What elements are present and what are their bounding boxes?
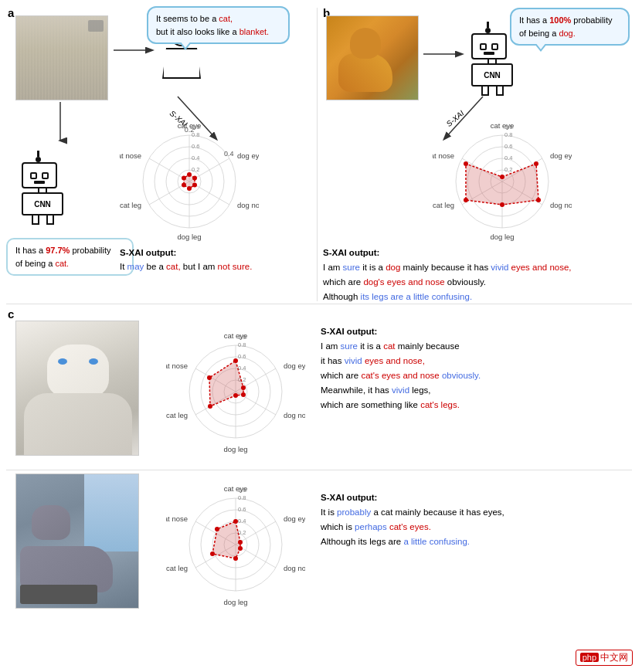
sxai-output-c1: S-XAI output: I am sure it is a cat main… xyxy=(321,324,481,412)
svg-point-84 xyxy=(207,375,212,380)
svg-text:cat nose: cat nose xyxy=(120,151,141,160)
svg-text:0.2: 0.2 xyxy=(504,166,512,173)
svg-point-24 xyxy=(187,186,192,191)
svg-text:0.4: 0.4 xyxy=(192,154,199,161)
svg-text:0.4: 0.4 xyxy=(238,365,246,372)
svg-point-53 xyxy=(536,198,541,202)
bubble-cat-text: cat, xyxy=(219,14,233,23)
arrow-a-photo-to-robot xyxy=(53,100,68,147)
svg-text:0.4: 0.4 xyxy=(224,150,234,158)
radar-chart-b: 0.2 0.4 0.6 0.8 1.0 cat eye dog eye dog … xyxy=(433,120,572,243)
svg-point-23 xyxy=(192,183,197,188)
svg-point-82 xyxy=(233,393,238,398)
svg-text:0.6: 0.6 xyxy=(238,353,246,360)
svg-point-83 xyxy=(208,404,212,409)
sxai-output-c2: S-XAI output: It is probably a cat mainl… xyxy=(321,490,504,549)
svg-text:cat nose: cat nose xyxy=(166,514,188,523)
svg-text:0.8: 0.8 xyxy=(504,131,512,138)
cnn-robot-a: CNN xyxy=(22,151,63,225)
cat-photo-c1 xyxy=(15,321,139,456)
sxai-output-b: S-XAI output: I am sure it is a dog main… xyxy=(323,246,572,304)
svg-point-81 xyxy=(241,392,246,397)
cat-photo-a xyxy=(15,15,108,100)
svg-text:0.2: 0.2 xyxy=(238,529,246,536)
svg-point-51 xyxy=(500,175,504,179)
svg-point-80 xyxy=(241,385,246,390)
svg-text:dog eye: dog eye xyxy=(284,514,305,523)
svg-text:cat eye: cat eye xyxy=(491,121,515,130)
svg-point-54 xyxy=(500,202,504,207)
svg-text:0.4: 0.4 xyxy=(238,518,246,524)
svg-text:dog nose: dog nose xyxy=(237,201,259,209)
svg-text:cat leg: cat leg xyxy=(433,201,454,209)
cnn-robot-b: CNN xyxy=(471,22,513,96)
svg-text:cat eye: cat eye xyxy=(224,484,248,493)
svg-text:0.8: 0.8 xyxy=(238,341,246,348)
section-divider-ab xyxy=(317,8,318,301)
bubble-blanket-text: blanket. xyxy=(239,27,270,36)
arrow-b-photo-to-robot xyxy=(422,46,468,62)
sxai-output-a: S-XAI output: It may be a cat, but I am … xyxy=(120,246,252,274)
section-divider-top-c xyxy=(6,304,632,304)
radar-chart-c2: 0.2 0.4 0.6 0.8 1.0 cat eye dog eye dog … xyxy=(166,473,305,616)
radar-chart-a: 0.2 0.4 0.2 0.4 0.6 0.8 1.0 cat eye dog … xyxy=(120,120,259,243)
svg-point-22 xyxy=(192,176,197,181)
svg-text:0.8: 0.8 xyxy=(192,131,199,138)
svg-text:0.4: 0.4 xyxy=(504,154,512,161)
svg-point-110 xyxy=(233,556,238,561)
svg-text:cat nose: cat nose xyxy=(166,361,188,370)
watermark: php中文网 xyxy=(576,650,633,666)
svg-text:cat leg: cat leg xyxy=(166,564,188,572)
svg-point-107 xyxy=(233,519,238,524)
cat-photo-c2 xyxy=(15,473,139,609)
svg-text:cat eye: cat eye xyxy=(224,331,248,340)
section-c-label: c xyxy=(8,307,14,321)
svg-text:cat leg: cat leg xyxy=(166,411,188,419)
svg-point-112 xyxy=(215,527,219,531)
svg-point-111 xyxy=(210,552,215,556)
arrow-a-photo-to-human xyxy=(112,42,158,58)
section-divider-c-rows xyxy=(6,470,632,470)
svg-point-26 xyxy=(182,176,186,181)
svg-text:dog nose: dog nose xyxy=(550,201,572,209)
svg-text:0.2: 0.2 xyxy=(192,166,199,173)
svg-text:dog leg: dog leg xyxy=(490,232,514,241)
svg-text:dog eye: dog eye xyxy=(550,151,572,160)
svg-text:dog leg: dog leg xyxy=(223,598,247,606)
svg-text:dog leg: dog leg xyxy=(177,232,201,241)
svg-text:0.6: 0.6 xyxy=(504,143,512,150)
svg-text:0.6: 0.6 xyxy=(192,143,199,150)
svg-text:cat nose: cat nose xyxy=(433,151,454,160)
svg-text:dog nose: dog nose xyxy=(284,411,305,419)
svg-point-52 xyxy=(534,161,538,166)
svg-point-55 xyxy=(464,198,468,202)
svg-text:cat eye: cat eye xyxy=(178,121,202,130)
speech-bubble-b: It has a 100% probabilityof being a dog. xyxy=(510,8,630,46)
svg-text:dog eye: dog eye xyxy=(237,151,259,160)
svg-point-56 xyxy=(464,161,468,166)
svg-point-79 xyxy=(233,358,238,363)
svg-text:0.6: 0.6 xyxy=(238,506,246,513)
section-a-label: a xyxy=(8,6,14,19)
dog-photo-b xyxy=(326,15,419,100)
svg-text:dog nose: dog nose xyxy=(284,564,305,572)
svg-text:dog leg: dog leg xyxy=(223,445,247,453)
speech-bubble-a: It seems to be a cat,but it also looks l… xyxy=(147,6,290,44)
prob-bubble-a: It has a 97.7% probabilityof being a cat… xyxy=(6,238,134,276)
svg-point-21 xyxy=(187,172,192,177)
svg-text:0.8: 0.8 xyxy=(238,494,246,501)
radar-chart-c1: 0.2 0.4 0.6 0.8 1.0 cat eye dog eye dog … xyxy=(166,321,305,463)
svg-text:dog eye: dog eye xyxy=(284,361,305,370)
svg-point-109 xyxy=(238,546,243,551)
svg-text:cat leg: cat leg xyxy=(120,201,141,209)
svg-point-108 xyxy=(238,540,243,545)
svg-point-25 xyxy=(182,183,186,188)
